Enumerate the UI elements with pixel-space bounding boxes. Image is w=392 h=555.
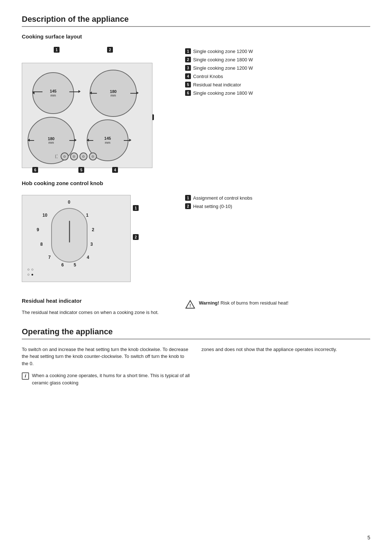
arrow-180-tr-right-head: [136, 91, 139, 94]
legend-badge-1: 1: [185, 48, 191, 54]
legend-text-5: Residual heat indicator: [193, 82, 241, 87]
arrow-145-br-right-head: [129, 139, 131, 142]
legend-badge-4: 4: [185, 73, 191, 79]
legend-badge-3: 3: [185, 65, 191, 71]
legend-badge-5: 5: [185, 82, 191, 87]
section2-title: Operating the appliance: [22, 327, 370, 339]
knob-icon-3: ⊙: [79, 152, 87, 160]
cooking-surface-subtitle: Cooking surface layout: [22, 33, 370, 40]
knob-badge-1: 1: [133, 205, 139, 211]
dots-icon: ⁞⁚: [55, 154, 58, 159]
burner-1: 145 mm: [32, 72, 74, 114]
legend-item-3: 3Single cooking zone 1200 W: [185, 65, 370, 71]
residual-heat-body: The residual heat indicator comes on whe…: [22, 309, 174, 316]
knob-body: [51, 208, 87, 262]
legend-badge-6: 6: [185, 90, 191, 96]
legend-badge-2: 2: [185, 57, 191, 62]
badge-5-bottom: 5: [78, 167, 84, 173]
legend-item-4: 4Control Knobs: [185, 73, 370, 79]
operating-layout: To switch on and increase the heat setti…: [22, 346, 370, 387]
svg-text:!: !: [189, 303, 191, 308]
dial-4: 4: [87, 255, 89, 260]
symbol-circle-filled: ●: [31, 272, 34, 277]
knob-symbols: ○ ○ ○ ●: [27, 267, 33, 277]
arrow-145-br-left-head: [87, 139, 89, 142]
info-box: i When a cooking zone operates, it hums …: [22, 372, 191, 386]
knob-legend-badge-2: 2: [185, 203, 191, 209]
knob-diagram: 0 10 1 9 2 8 3 7 4: [22, 195, 131, 282]
knob-icon-4: ⊙: [89, 152, 97, 160]
symbol-circle-open-3: ○: [27, 272, 30, 277]
hob-knob-layout: 1 2 0 10 1 9 2 8: [22, 191, 370, 283]
dial-7: 7: [48, 255, 51, 260]
arrow-180-tr-left-head: [90, 91, 92, 94]
legend-item-5: 5Residual heat indicator: [185, 82, 370, 87]
symbol-circle-open-2: ○: [31, 267, 34, 272]
warning-text: Warning! Risk of burns from residual hea…: [199, 299, 289, 307]
warning-triangle-icon: !: [185, 299, 195, 310]
knob-legend-text-2: Heat setting (0-10): [193, 204, 232, 209]
legend-text-6: Single cooking zone 1800 W: [193, 90, 253, 96]
arrow-145-left-head: [32, 91, 34, 94]
operating-text-col2: zones and does not show that the applian…: [201, 346, 370, 353]
residual-heat-section: Residual heat indicator The residual hea…: [22, 294, 370, 316]
dial-3: 3: [90, 242, 93, 247]
knob-legend-text-1: Assignment of control knobs: [193, 195, 252, 201]
residual-right: ! Warning! Risk of burns from residual h…: [185, 298, 370, 316]
knob-diagram-container: 1 2 0 10 1 9 2 8: [22, 191, 174, 283]
dial-8: 8: [40, 242, 43, 247]
dial-0: 0: [68, 200, 70, 205]
hob-knob-section: Hob cooking zone control knob 1 2 0 10 1…: [22, 180, 370, 283]
residual-heat-subtitle: Residual heat indicator: [22, 298, 174, 304]
section1-title: Description of the appliance: [22, 15, 370, 27]
info-icon: i: [22, 372, 29, 380]
arrow-145-right-head: [78, 90, 81, 93]
knob-icon-2: ⊙: [70, 152, 78, 160]
legend-item-6: 6Single cooking zone 1800 W: [185, 90, 370, 96]
knob-legend-item-1: 1Assignment of control knobs: [185, 195, 370, 201]
legend-item-1: 1Single cooking zone 1200 W: [185, 48, 370, 54]
knob-indicator-line: [69, 221, 70, 242]
dial-5: 5: [74, 262, 76, 268]
cooking-surface-legend: 1Single cooking zone 1200 W2Single cooki…: [185, 45, 370, 169]
legend-list: 1Single cooking zone 1200 W2Single cooki…: [185, 48, 370, 96]
hob-knob-legend: 1Assignment of control knobs2Heat settin…: [185, 191, 370, 283]
knob-legend-list: 1Assignment of control knobs2Heat settin…: [185, 195, 370, 209]
residual-left: Residual heat indicator The residual hea…: [22, 298, 174, 316]
operating-col2: zones and does not show that the applian…: [201, 346, 370, 387]
legend-text-2: Single cooking zone 1800 W: [193, 57, 253, 62]
dial-9: 9: [37, 227, 39, 232]
legend-text-4: Control Knobs: [193, 74, 223, 79]
cooking-surface-layout: 1 2 3 145 mm 180 mm: [22, 45, 370, 169]
legend-text-1: Single cooking zone 1200 W: [193, 49, 253, 54]
hob-diagram-container: 1 2 3 145 mm 180 mm: [22, 45, 174, 169]
knobs-area: ⁞⁚ ⊙ ⊙ ⊙ ⊙: [55, 152, 97, 160]
arrow-145-right: [69, 91, 79, 92]
knob-legend-item-2: 2Heat setting (0-10): [185, 203, 370, 209]
knob-icon-1: ⊙: [61, 152, 69, 160]
arrow-180-bl-left-head: [28, 139, 30, 142]
operating-text-col1: To switch on and increase the heat setti…: [22, 346, 191, 367]
legend-item-2: 2Single cooking zone 1800 W: [185, 57, 370, 62]
arrow-180-bl-right-head: [74, 139, 77, 142]
legend-text-3: Single cooking zone 1200 W: [193, 65, 253, 71]
badge-6-bottom: 6: [32, 167, 38, 173]
hob-diagram: 145 mm 180 mm: [22, 63, 152, 168]
knob-legend-badge-1: 1: [185, 195, 191, 201]
dial-2: 2: [92, 227, 94, 232]
knob-badge-2: 2: [133, 234, 139, 240]
badge-2-top: 2: [107, 47, 113, 53]
symbol-circle-open-1: ○: [27, 267, 30, 272]
dial-10: 10: [42, 213, 47, 218]
dial-6: 6: [61, 262, 64, 268]
hob-knob-subtitle: Hob cooking zone control knob: [22, 180, 370, 186]
dial-1: 1: [86, 213, 89, 218]
badge-1-top: 1: [54, 47, 60, 53]
badge-4-bottom: 4: [112, 167, 118, 173]
operating-info-text: When a cooking zone operates, it hums fo…: [32, 372, 191, 386]
page-number: 5: [367, 535, 370, 540]
operating-col1: To switch on and increase the heat setti…: [22, 346, 191, 387]
